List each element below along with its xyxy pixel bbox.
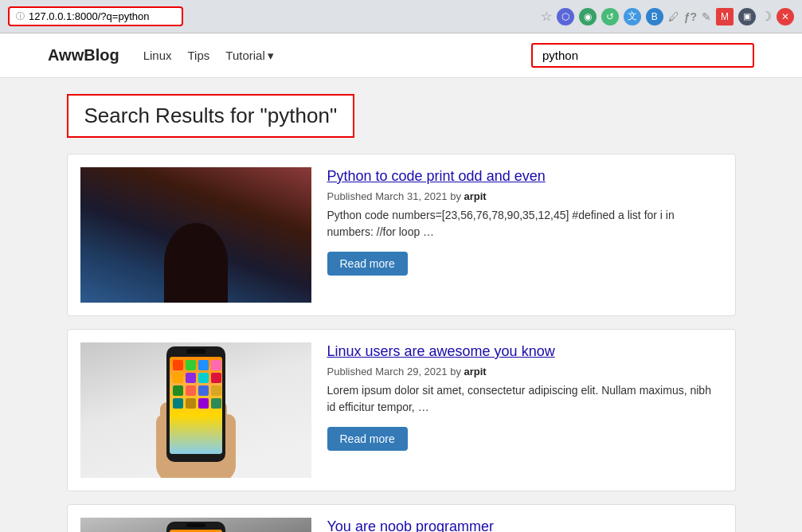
lock-icon: ⓘ (16, 10, 25, 22)
nav-linux[interactable]: Linux (143, 49, 172, 62)
svg-rect-19 (173, 360, 183, 370)
article-card-2: Linux users are awesome you know Publish… (67, 329, 736, 491)
ext-icon[interactable]: ▣ (738, 8, 756, 25)
translate-icon[interactable]: 文 (624, 8, 641, 25)
article-image-2 (80, 342, 311, 478)
article-body-2: Linux users are awesome you know Publish… (327, 342, 722, 478)
pen-icon[interactable]: 🖊 (668, 10, 679, 23)
search-input[interactable] (531, 43, 754, 68)
article-card-3: You are noob programmer Published March … (67, 504, 736, 532)
article-title-1[interactable]: Python to code print odd and even (327, 167, 722, 186)
svg-rect-20 (186, 360, 196, 370)
article-image-svg-3 (80, 518, 311, 532)
article-meta-1: Published March 31, 2021 by arpit (327, 190, 722, 202)
svg-rect-31 (173, 398, 183, 409)
read-more-button-2[interactable]: Read more (327, 427, 408, 451)
svg-rect-27 (173, 385, 183, 396)
article-image-1 (80, 167, 311, 303)
svg-rect-2 (152, 215, 240, 279)
main-content: Search Results for "python" (59, 78, 744, 532)
svg-point-8 (219, 201, 260, 261)
svg-rect-35 (186, 349, 205, 354)
nav-links: Linux Tips Tutorial ▾ (143, 49, 507, 63)
svg-rect-6 (205, 258, 225, 293)
svg-rect-22 (211, 360, 221, 370)
svg-rect-32 (186, 398, 196, 409)
site-nav: AwwBlog Linux Tips Tutorial ▾ (0, 33, 802, 78)
svg-point-7 (131, 201, 173, 261)
article-excerpt-1: Python code numbers=[23,56,76,78,90,35,1… (327, 207, 722, 241)
svg-rect-25 (198, 373, 209, 383)
svg-rect-34 (211, 398, 221, 409)
edit-icon[interactable]: ✎ (702, 10, 711, 23)
svg-rect-40 (186, 523, 205, 527)
emoji-icon[interactable]: ◉ (579, 8, 597, 25)
article-meta-2: Published March 29, 2021 by arpit (327, 366, 722, 377)
svg-rect-5 (204, 256, 226, 296)
moon-icon[interactable]: ☽ (761, 9, 772, 24)
article-image-svg-1 (80, 167, 311, 303)
site-brand[interactable]: AwwBlog (48, 46, 119, 65)
search-results-heading: Search Results for "python" (67, 94, 355, 138)
article-title-3[interactable]: You are noob programmer (327, 518, 722, 532)
address-text: 127.0.0.1:8000/?q=python (29, 10, 149, 22)
gmail-icon[interactable]: M (716, 8, 734, 25)
svg-rect-4 (196, 247, 236, 303)
svg-rect-3 (156, 247, 196, 303)
svg-rect-30 (211, 385, 221, 396)
svg-rect-28 (186, 385, 196, 396)
nav-search (531, 43, 754, 68)
article-image-3 (80, 518, 311, 532)
vpn-icon[interactable]: ↺ (601, 8, 619, 25)
svg-rect-29 (198, 385, 209, 396)
article-image-svg-2 (80, 342, 311, 478)
stop-icon[interactable]: ✕ (777, 8, 794, 25)
svg-rect-21 (198, 360, 209, 370)
svg-point-1 (152, 183, 240, 247)
browser-ext-icon[interactable]: B (646, 8, 663, 25)
chevron-down-icon: ▾ (268, 49, 274, 63)
extensions-icon[interactable]: ⬡ (557, 8, 574, 25)
nav-tutorial-dropdown[interactable]: Tutorial ▾ (225, 49, 273, 63)
bookmark-icon[interactable]: ☆ (541, 9, 552, 24)
svg-rect-24 (186, 373, 196, 383)
article-body-3: You are noob programmer Published March … (327, 518, 722, 532)
svg-rect-33 (198, 398, 209, 409)
address-bar[interactable]: ⓘ 127.0.0.1:8000/?q=python (8, 6, 183, 26)
browser-toolbar-icons: ☆ ⬡ ◉ ↺ 文 B 🖊 ƒ? ✎ M ▣ ☽ ✕ (541, 8, 794, 25)
article-body-1: Python to code print odd and even Publis… (327, 167, 722, 303)
nav-tips[interactable]: Tips (188, 49, 210, 62)
article-title-2[interactable]: Linux users are awesome you know (327, 342, 722, 361)
lastpass-icon[interactable]: ƒ? (684, 10, 697, 23)
svg-rect-0 (80, 167, 311, 303)
svg-rect-23 (173, 373, 183, 383)
browser-chrome: ⓘ 127.0.0.1:8000/?q=python ☆ ⬡ ◉ ↺ 文 B 🖊… (0, 0, 802, 33)
article-excerpt-2: Lorem ipsum dolor sit amet, consectetur … (327, 382, 722, 416)
article-card: Python to code print odd and even Publis… (67, 154, 736, 316)
svg-rect-26 (211, 373, 221, 383)
read-more-button-1[interactable]: Read more (327, 252, 408, 276)
